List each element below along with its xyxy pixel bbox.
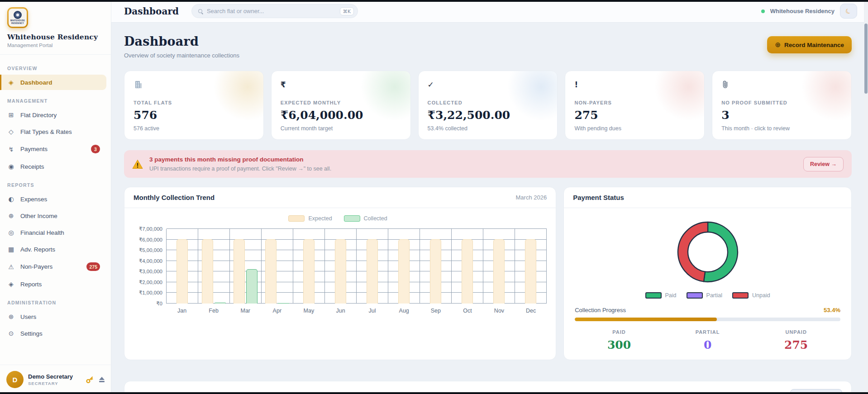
stat-cards-row: TOTAL FLATS576576 active₹EXPECTED MONTHL… [124,71,852,140]
topbar: Dashboard ⌘K Whitehouse Residency ☾ [111,0,868,23]
trend-title: Monthly Collection Trend [134,194,215,201]
financial-health-icon: ◎ [7,229,15,236]
bar-chart-plot [166,229,547,304]
sidebar-item-adv-reports[interactable]: ▦Adv. Reports [0,242,106,257]
sidebar-item-label: Dashboard [20,79,100,86]
stat-sub: With pending dues [574,125,695,132]
month-slot-sep [420,229,452,304]
y-tick-label: ₹7,00,000 [139,226,162,232]
sidebar-item-other-income[interactable]: ⊕Other Income [0,208,106,223]
search-input[interactable] [207,8,335,14]
legend-item-collected: Collected [344,215,387,222]
sidebar-item-reports[interactable]: ◈Reports [0,276,106,292]
sidebar-item-receipts[interactable]: ◉Receipts [0,159,106,174]
legend-label: Collected [364,215,387,222]
key-icon[interactable] [86,376,94,384]
user-role: SECRETARY [28,381,81,386]
sidebar-item-payments[interactable]: ↯Payments3 [0,141,106,157]
avatar: D [6,371,24,388]
payments-icon: ↯ [7,146,15,153]
stat-value: 3 [721,109,842,122]
flat-directory-icon: ⊞ [7,111,15,119]
y-tick-label: ₹0 [156,300,162,307]
stat-card-total-flats: TOTAL FLATS576576 active [124,71,264,140]
status-stat-label: PARTIAL [663,329,752,335]
theme-toggle-button[interactable]: ☾ [840,4,857,19]
stat-card-no-proof-submitted[interactable]: NO PROOF SUBMITTED3This month · click to… [712,71,852,140]
sidebar-item-non-payers[interactable]: ⚠Non-Payers275 [0,258,106,275]
sidebar-item-settings[interactable]: ⊙Settings [0,326,106,341]
society-logo: WHITEHOUSE RESIDENCY [7,7,28,28]
scrollbar-thumb[interactable] [864,24,868,94]
expected-bar [525,239,536,304]
legend-label: Unpaid [752,292,770,299]
sidebar-item-financial-health[interactable]: ◎Financial Health [0,225,106,240]
online-status-dot [761,9,765,13]
nav-section-label: ADMINISTRATION [7,300,104,305]
month-slot-mar [230,229,262,304]
logout-eject-icon[interactable] [99,377,105,382]
sidebar-item-label: Adv. Reports [20,246,100,253]
month-slot-apr [262,229,293,304]
sidebar-item-label: Payments [20,146,86,152]
legend-item-expected: Expected [288,215,332,222]
non-payers-icon: ⚠ [7,263,15,271]
alert-title: 3 payments this month missing proof docu… [149,156,797,163]
legend-swatch [687,292,703,299]
collected-bar [246,269,258,304]
scrollbar-track[interactable] [864,2,868,392]
stat-card-non-payers: !NON-PAYERS275With pending dues [565,71,705,140]
sidebar-item-label: Reports [20,281,100,288]
month-slot-may [293,229,325,304]
user-card: D Demo Secretary SECRETARY [0,365,111,394]
building-icon [134,79,254,90]
payment-status-donut [674,218,742,286]
check-icon: ✓ [428,79,548,90]
trend-legend: ExpectedCollected [129,215,547,222]
sidebar-item-expenses[interactable]: ◐Expenses [0,191,106,207]
sidebar-item-dashboard[interactable]: ◈Dashboard [0,75,106,90]
missing-proof-alert: 3 payments this month missing proof docu… [124,150,852,178]
sidebar-item-label: Flat Types & Rates [20,128,100,135]
sidebar-item-label: Financial Health [20,229,100,236]
status-stat-value: 275 [752,338,840,351]
expenses-icon: ◐ [7,195,15,203]
brand-name: Whitehouse Residency [7,33,104,41]
x-tick-label: May [293,308,324,314]
stat-card-collected: ✓COLLECTED₹3,22,500.0053.4% collected [418,71,558,140]
sidebar-item-label: Settings [20,330,100,337]
stat-label: COLLECTED [428,100,548,105]
moon-icon: ☾ [844,6,853,16]
window-edge-top [0,0,868,2]
x-tick-label: Dec [515,308,547,314]
sidebar-item-flat-types-rates[interactable]: ◇Flat Types & Rates [0,124,106,139]
expected-bar [398,239,410,304]
expected-bar [176,239,188,304]
progress-fill [575,318,716,321]
sidebar-item-flat-directory[interactable]: ⊞Flat Directory [0,107,106,123]
donut-legend: PaidPartialUnpaid [575,292,840,299]
donut-segment-unpaid [678,222,708,281]
page-content: Dashboard Overview of society maintenanc… [111,23,868,394]
search-box[interactable]: ⌘K [191,4,358,18]
month-slot-jul [357,229,388,304]
y-tick-label: ₹3,00,000 [139,268,162,275]
expected-bar [265,239,277,304]
review-button[interactable]: Review → [803,157,844,171]
donut-legend-item-unpaid: Unpaid [732,292,770,299]
month-slot-jan [167,229,198,304]
donut-segment-paid [704,222,738,282]
donut-legend-item-paid: Paid [645,292,677,299]
progress-label: Collection Progress [575,307,626,313]
sidebar-item-label: Other Income [20,213,100,219]
x-tick-label: Jan [166,308,198,314]
sidebar-item-label: Non-Payers [20,263,81,270]
user-name: Demo Secretary [28,373,81,380]
sidebar-item-users[interactable]: ⊛Users [0,309,106,324]
brand-subtitle: Management Portal [7,43,104,48]
record-maintenance-button[interactable]: ⊕ Record Maintenance [767,36,852,53]
alert-body: UPI transactions require a proof of paym… [149,166,797,172]
expected-bar [234,239,245,304]
status-stats-row: PAID300PARTIAL0UNPAID275 [575,329,840,351]
window-edge-bottom [0,392,868,394]
